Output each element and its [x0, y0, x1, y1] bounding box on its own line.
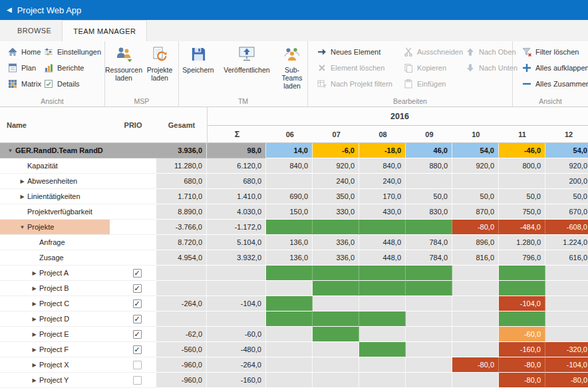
row-name-cell[interactable]: ▼GER.RandD.Team RandD	[0, 143, 110, 158]
month-cell[interactable]: 448,0	[359, 250, 406, 266]
sum-cell[interactable]	[207, 266, 266, 281]
cut-button[interactable]: Ausschneiden	[401, 45, 465, 59]
month-cell[interactable]	[359, 342, 406, 357]
month-cell[interactable]	[266, 220, 313, 235]
load-subteams-button[interactable]: Sub-Teams laden	[276, 43, 308, 90]
month-cell[interactable]	[313, 357, 359, 373]
month-cell[interactable]: -60,0	[499, 327, 545, 342]
row-name-cell[interactable]: ▶Project E	[0, 327, 110, 342]
month-cell[interactable]	[266, 296, 313, 311]
gesamt-cell[interactable]: 8.720,0	[156, 235, 207, 250]
expand-arrow-icon[interactable]: ▶	[29, 301, 39, 307]
sum-cell[interactable]: 98,0	[207, 143, 266, 158]
clear-filter-button[interactable]: Filter löschen	[519, 45, 581, 59]
month-cell[interactable]	[406, 342, 452, 357]
prio-checkbox[interactable]	[133, 376, 142, 385]
home-button[interactable]: Home	[5, 45, 43, 59]
month-cell[interactable]: -80,0	[499, 373, 545, 388]
row-name-cell[interactable]: ▶Project C	[0, 296, 110, 311]
gesamt-cell[interactable]: -960,0	[156, 373, 207, 388]
month-cell[interactable]: 830,0	[406, 204, 452, 220]
month-cell[interactable]	[452, 342, 499, 357]
month-cell[interactable]	[266, 311, 313, 327]
month-cell[interactable]: 430,0	[359, 204, 406, 220]
month-cell[interactable]: 784,0	[406, 250, 452, 266]
month-cell[interactable]: 920,0	[452, 158, 499, 174]
month-cell[interactable]: 840,0	[359, 158, 406, 174]
row-name-cell[interactable]: ▶Abwesenheiten	[0, 174, 110, 189]
month-cell[interactable]	[359, 311, 406, 327]
month-cell[interactable]	[499, 174, 545, 189]
collapse-all-button[interactable]: Alles Zusammenk	[519, 77, 588, 91]
gesamt-cell[interactable]	[156, 266, 207, 281]
month-cell[interactable]: 350,0	[313, 189, 359, 204]
month-cell[interactable]	[499, 311, 545, 327]
move-up-button[interactable]: Nach Oben	[463, 45, 518, 59]
month-cell[interactable]: 816,0	[452, 250, 499, 266]
move-down-button[interactable]: Nach Unten	[463, 61, 519, 75]
month-cell[interactable]: 240,0	[359, 174, 406, 189]
expand-arrow-icon[interactable]: ▶	[29, 331, 39, 337]
month-cell[interactable]	[266, 174, 313, 189]
month-cell[interactable]: 670,0	[545, 204, 588, 220]
sum-cell[interactable]: 5.104,0	[207, 235, 266, 250]
load-projects-button[interactable]: Projekte laden	[142, 43, 177, 82]
expand-arrow-icon[interactable]: ▶	[17, 178, 27, 184]
month-cell[interactable]: -104,0	[499, 296, 545, 311]
details-button[interactable]: Details	[41, 77, 82, 91]
month-cell[interactable]: 330,0	[313, 204, 359, 220]
month-cell[interactable]: 896,0	[452, 235, 499, 250]
prio-checkbox[interactable]	[133, 361, 142, 369]
month-cell[interactable]: 1.280,0	[499, 235, 545, 250]
month-cell[interactable]	[313, 296, 359, 311]
gesamt-cell[interactable]: 8.890,0	[156, 204, 207, 220]
sum-cell[interactable]: 4.030,0	[207, 204, 266, 220]
month-cell[interactable]: -320,0	[545, 342, 588, 357]
month-cell[interactable]: 796,0	[499, 250, 545, 266]
month-cell[interactable]	[406, 266, 452, 281]
gesamt-cell[interactable]: 3.936,0	[156, 143, 207, 158]
sum-cell[interactable]: -264,0	[207, 357, 266, 373]
month-cell[interactable]: 240,0	[313, 174, 359, 189]
month-cell[interactable]: -160,0	[499, 342, 545, 357]
row-name-cell[interactable]: ▼Projekte	[0, 220, 110, 235]
month-cell[interactable]	[406, 327, 452, 342]
month-cell[interactable]: 150,0	[266, 204, 313, 220]
sum-cell[interactable]: 3.932,0	[207, 250, 266, 266]
month-cell[interactable]: -46,0	[499, 143, 545, 158]
month-cell[interactable]	[545, 311, 588, 327]
plan-button[interactable]: Plan	[5, 61, 38, 75]
sum-cell[interactable]	[207, 281, 266, 296]
gesamt-cell[interactable]: -560,0	[156, 342, 207, 357]
month-cell[interactable]	[406, 373, 452, 388]
month-cell[interactable]	[359, 220, 406, 235]
row-name-cell[interactable]: Projektverfügbarkeit	[0, 204, 110, 220]
month-cell[interactable]	[313, 220, 359, 235]
back-icon[interactable]: ◀	[7, 7, 12, 13]
app-title[interactable]: Project Web App	[17, 5, 82, 15]
month-cell[interactable]	[266, 342, 313, 357]
month-cell[interactable]	[266, 357, 313, 373]
gesamt-cell[interactable]: 11.280,0	[156, 158, 207, 174]
row-name-cell[interactable]: ▶Project F	[0, 342, 110, 357]
month-cell[interactable]	[266, 327, 313, 342]
month-cell[interactable]	[406, 357, 452, 373]
month-cell[interactable]	[499, 281, 545, 296]
expand-arrow-icon[interactable]: ▶	[29, 316, 39, 322]
month-cell[interactable]: 920,0	[545, 158, 588, 174]
month-cell[interactable]	[406, 281, 452, 296]
sum-cell[interactable]: 1.410,0	[207, 189, 266, 204]
month-cell[interactable]	[545, 266, 588, 281]
reports-button[interactable]: Berichte	[41, 61, 86, 75]
expand-arrow-icon[interactable]: ▶	[29, 377, 39, 383]
month-cell[interactable]: -80,0	[452, 220, 499, 235]
gesamt-cell[interactable]: -264,0	[156, 296, 207, 311]
gesamt-cell[interactable]: 680,0	[156, 174, 207, 189]
month-cell[interactable]: 136,0	[266, 235, 313, 250]
month-cell[interactable]	[313, 281, 359, 296]
month-cell[interactable]	[406, 311, 452, 327]
tab-browse[interactable]: BROWSE	[7, 20, 62, 41]
month-cell[interactable]: 880,0	[406, 158, 452, 174]
expand-arrow-icon[interactable]: ▶	[29, 286, 39, 292]
save-button[interactable]: Speichern	[180, 43, 216, 74]
